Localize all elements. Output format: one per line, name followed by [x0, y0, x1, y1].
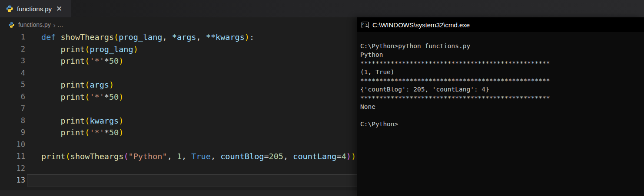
- line-number: 13: [0, 174, 25, 186]
- line-number: 5: [0, 79, 25, 91]
- line-number: 9: [0, 127, 25, 139]
- line-number: 8: [0, 115, 25, 127]
- cmd-icon: C:\: [362, 22, 369, 28]
- terminal-line: [360, 111, 644, 120]
- terminal-line: ****************************************…: [360, 76, 644, 85]
- python-file-icon: [8, 22, 15, 28]
- cmd-window[interactable]: C:\ C:\WINDOWS\system32\cmd.exe C:\Pytho…: [357, 17, 644, 196]
- code-text: print(args): [41, 79, 114, 91]
- terminal-output[interactable]: C:\Python>python functions.pyPython*****…: [357, 32, 644, 128]
- terminal-line: C:\Python>python functions.py: [360, 42, 644, 50]
- cmd-window-title: C:\WINDOWS\system32\cmd.exe: [372, 21, 470, 29]
- breadcrumb-symbol-ellipsis[interactable]: …: [57, 21, 63, 28]
- terminal-line: (1, True): [360, 68, 644, 76]
- code-text: print('*'*50): [41, 91, 123, 103]
- editor-tab-bar: functions.py ✕: [0, 0, 644, 17]
- code-text: print(showTheargs("Python", 1, True, cou…: [41, 150, 356, 163]
- terminal-line: ****************************************…: [360, 59, 644, 68]
- line-number: 12: [0, 163, 25, 175]
- code-text: def showTheargs(prog_lang, *args, **kwar…: [41, 31, 254, 43]
- line-number: 10: [0, 139, 25, 151]
- line-number: 4: [0, 67, 25, 79]
- tab-close-icon[interactable]: ✕: [56, 5, 62, 13]
- line-number: 7: [0, 103, 25, 115]
- breadcrumb: functions.py › …: [0, 19, 63, 30]
- line-number: 2: [0, 43, 25, 56]
- chevron-right-icon: ›: [53, 21, 56, 29]
- code-text: print('*'*50): [41, 127, 123, 139]
- cmd-titlebar[interactable]: C:\ C:\WINDOWS\system32\cmd.exe: [357, 17, 644, 32]
- terminal-line: C:\Python>: [360, 120, 644, 128]
- line-number: 1: [0, 31, 25, 43]
- python-file-icon: [6, 5, 13, 13]
- tab-filename: functions.py: [17, 5, 52, 13]
- svg-text:C:\: C:\: [362, 22, 367, 25]
- code-text: print(prog_lang): [41, 43, 138, 56]
- terminal-line: {'countBlog': 205, 'countLang': 4}: [360, 85, 644, 94]
- line-number: 6: [0, 91, 25, 103]
- code-text: print(kwargs): [41, 115, 123, 127]
- terminal-line: ****************************************…: [360, 94, 644, 102]
- tab-functions-py[interactable]: functions.py ✕: [0, 0, 71, 17]
- line-number: 11: [0, 150, 25, 163]
- terminal-line: None: [360, 102, 644, 111]
- editor-bottom-strip: [0, 190, 357, 196]
- breadcrumb-filename[interactable]: functions.py: [18, 21, 51, 28]
- terminal-line: Python: [360, 50, 644, 59]
- code-text: print('*'*50): [41, 55, 123, 67]
- line-number: 3: [0, 55, 25, 67]
